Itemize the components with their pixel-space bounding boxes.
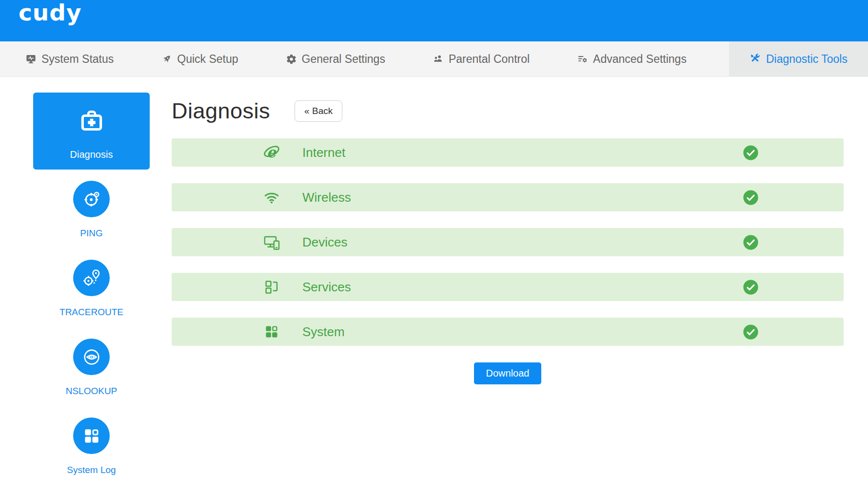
nav-item-advanced-settings[interactable]: Advanced Settings: [572, 41, 691, 76]
nav-item-quick-setup[interactable]: Quick Setup: [156, 41, 243, 76]
gear-icon: [286, 54, 297, 65]
sidebar-item-system-log[interactable]: System Log: [33, 417, 150, 493]
grid-icon: [73, 417, 110, 454]
internet-explorer-icon: e: [262, 143, 281, 162]
sidebar-label: Diagnosis: [70, 149, 113, 160]
devices-icon: [262, 233, 281, 251]
page-title: Diagnosis: [172, 98, 270, 124]
back-button[interactable]: « Back: [295, 100, 342, 122]
eye-icon: [73, 339, 110, 375]
download-row: Download: [172, 362, 844, 384]
tools-sidebar: Diagnosis PING: [33, 93, 150, 493]
status-row-services: Services: [172, 273, 844, 301]
success-check-icon: [743, 190, 759, 206]
wifi-icon: [262, 188, 281, 207]
download-button[interactable]: Download: [474, 362, 542, 384]
status-label: Services: [302, 280, 351, 295]
sidebar-label: PING: [80, 228, 102, 239]
sidebar-label: TRACEROUTE: [59, 307, 123, 318]
nav-item-general-settings[interactable]: General Settings: [281, 41, 390, 76]
route-icon: [73, 260, 110, 296]
status-row-devices: Devices: [172, 228, 844, 256]
success-check-icon: [743, 279, 759, 295]
brand-logo: cudy: [19, 0, 82, 26]
page-body: Diagnosis PING: [0, 77, 868, 384]
success-check-icon: [743, 324, 759, 340]
radar-icon: [73, 181, 110, 217]
sidebar-item-traceroute[interactable]: TRACEROUTE: [33, 260, 150, 339]
list-gear-icon: [577, 54, 588, 65]
medkit-icon: [78, 107, 105, 136]
nav-item-parental-control[interactable]: Parental Control: [428, 41, 534, 76]
nav-item-diagnostic-tools[interactable]: Diagnostic Tools: [729, 41, 868, 76]
nav-label: System Status: [41, 53, 114, 66]
nav-label: Quick Setup: [177, 53, 238, 66]
sidebar-label: NSLOOKUP: [66, 386, 118, 397]
nav-label: Diagnostic Tools: [766, 53, 848, 66]
people-icon: [433, 54, 444, 65]
svg-text:e: e: [267, 144, 277, 161]
status-row-system: System: [172, 318, 844, 346]
status-label: Internet: [302, 145, 345, 160]
app-window: cudy System Status: [0, 0, 868, 493]
system-grid-icon: [262, 322, 281, 341]
services-icon: [262, 278, 281, 296]
sidebar-item-ping[interactable]: PING: [33, 181, 150, 260]
status-label: System: [302, 324, 345, 340]
main-nav: System Status Quick Setup: [0, 41, 868, 77]
status-label: Devices: [302, 235, 347, 250]
tools-icon: [750, 53, 761, 65]
rocket-icon: [161, 54, 172, 65]
nav-label: General Settings: [302, 53, 385, 66]
sidebar-label: System Log: [67, 465, 116, 475]
system-status-icon: [25, 54, 37, 65]
app-header: cudy: [0, 0, 868, 41]
success-check-icon: [743, 234, 759, 250]
status-row-internet: e Internet: [172, 138, 844, 167]
main-content: Diagnosis « Back e Internet: [172, 77, 844, 384]
sidebar-item-nslookup[interactable]: NSLOOKUP: [33, 339, 150, 417]
nav-item-system-status[interactable]: System Status: [20, 41, 118, 76]
title-row: Diagnosis « Back: [172, 98, 844, 124]
nav-label: Parental Control: [449, 53, 530, 66]
success-check-icon: [743, 145, 759, 161]
sidebar-item-diagnosis[interactable]: Diagnosis: [33, 93, 150, 170]
status-row-wireless: Wireless: [172, 183, 844, 211]
nav-label: Advanced Settings: [593, 53, 687, 66]
status-label: Wireless: [302, 190, 351, 205]
